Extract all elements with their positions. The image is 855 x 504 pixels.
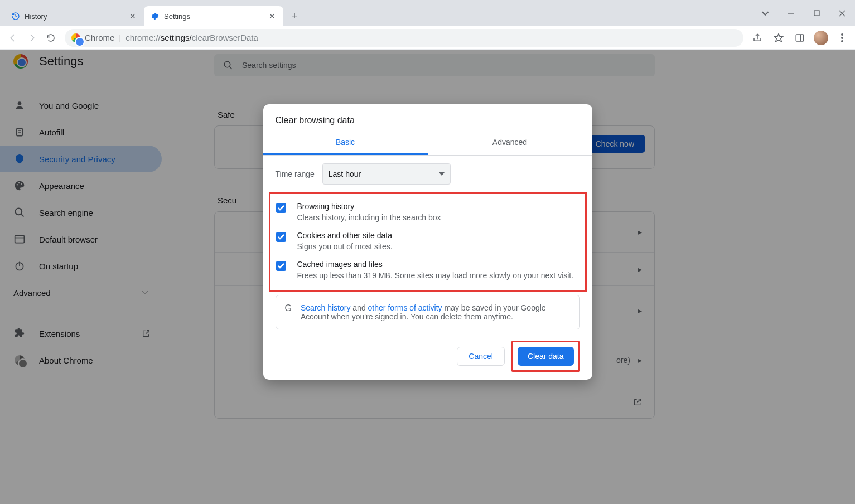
- clear-browsing-data-dialog: Clear browsing data Basic Advanced Time …: [263, 104, 592, 380]
- chrome-chip-icon: [71, 33, 80, 42]
- dropdown-icon: [439, 172, 445, 176]
- tab-settings-close[interactable]: ✕: [268, 12, 277, 21]
- tab-search-icon[interactable]: [752, 3, 778, 23]
- google-g-icon: G: [285, 303, 292, 321]
- info-text: and: [350, 303, 368, 312]
- url-tail: clearBrowserData: [192, 33, 258, 42]
- omnibox-separator: |: [119, 33, 121, 42]
- other-activity-link[interactable]: other forms of activity: [368, 303, 442, 312]
- tab-history-label: History: [25, 12, 47, 21]
- reload-button[interactable]: [41, 28, 60, 47]
- window-minimize[interactable]: [778, 3, 804, 23]
- share-icon[interactable]: [748, 28, 767, 47]
- checkbox-label: Cached images and files: [297, 260, 574, 269]
- browser-toolbar: Chrome | chrome://settings/clearBrowserD…: [0, 26, 855, 50]
- tab-settings-label: Settings: [164, 12, 190, 21]
- checkbox-checked-icon[interactable]: [276, 261, 286, 271]
- address-bar[interactable]: Chrome | chrome://settings/clearBrowserD…: [65, 29, 743, 47]
- browser-tabstrip: History ✕ Settings ✕ +: [0, 0, 855, 26]
- checkbox-label: Browsing history: [297, 202, 441, 211]
- dialog-title: Clear browsing data: [263, 104, 592, 131]
- checkbox-row-cache[interactable]: Cached images and files Frees up less th…: [276, 255, 579, 284]
- tab-history[interactable]: History ✕: [4, 6, 144, 26]
- clear-data-button[interactable]: Clear data: [518, 347, 574, 366]
- chrome-chip-label: Chrome: [85, 33, 114, 42]
- svg-marker-29: [439, 172, 445, 176]
- tab-advanced[interactable]: Advanced: [428, 131, 592, 155]
- checkbox-description: Signs you out of most sites.: [297, 242, 393, 251]
- profile-avatar[interactable]: [811, 28, 830, 47]
- svg-point-10: [841, 40, 843, 42]
- back-button[interactable]: [3, 28, 22, 47]
- time-range-value: Last hour: [329, 169, 361, 178]
- checkbox-checked-icon[interactable]: [276, 232, 286, 242]
- google-account-info: G Search history and other forms of acti…: [276, 295, 580, 329]
- tab-history-close[interactable]: ✕: [128, 12, 137, 21]
- window-close[interactable]: [829, 3, 855, 23]
- svg-marker-5: [775, 33, 783, 41]
- checkbox-description: Clears history, including in the search …: [297, 213, 441, 222]
- search-history-link[interactable]: Search history: [301, 303, 350, 312]
- svg-point-8: [841, 33, 843, 36]
- new-tab-button[interactable]: +: [287, 8, 302, 24]
- window-maximize[interactable]: [804, 3, 829, 23]
- checkbox-description: Frees up less than 319 MB. Some sites ma…: [297, 271, 574, 280]
- checkbox-checked-icon[interactable]: [276, 203, 286, 213]
- cancel-button[interactable]: Cancel: [457, 347, 505, 366]
- svg-rect-2: [814, 11, 819, 16]
- checkbox-row-browsing-history[interactable]: Browsing history Clears history, includi…: [276, 197, 579, 226]
- annotation-highlight-checkboxes: Browsing history Clears history, includi…: [269, 192, 587, 292]
- checkbox-row-cookies[interactable]: Cookies and other site data Signs you ou…: [276, 226, 579, 255]
- dialog-tabs: Basic Advanced: [263, 131, 592, 156]
- forward-button[interactable]: [22, 28, 41, 47]
- svg-point-9: [841, 37, 843, 39]
- side-panel-icon[interactable]: [790, 28, 809, 47]
- history-icon: [11, 12, 20, 21]
- url-prefix: chrome://: [125, 33, 161, 42]
- bookmark-star-icon[interactable]: [769, 28, 788, 47]
- tab-settings[interactable]: Settings ✕: [144, 6, 283, 26]
- svg-rect-6: [796, 35, 804, 41]
- window-controls: [752, 0, 855, 26]
- time-range-select[interactable]: Last hour: [322, 163, 451, 185]
- content-area: Settings Search settings You and Google …: [0, 50, 855, 504]
- gear-icon: [151, 12, 160, 21]
- url-main: settings/: [161, 33, 192, 42]
- tab-basic[interactable]: Basic: [263, 131, 428, 155]
- annotation-highlight-clear-button: Clear data: [511, 341, 580, 372]
- chrome-menu-icon[interactable]: [833, 28, 852, 47]
- checkbox-label: Cookies and other site data: [297, 231, 393, 240]
- time-range-label: Time range: [276, 169, 315, 178]
